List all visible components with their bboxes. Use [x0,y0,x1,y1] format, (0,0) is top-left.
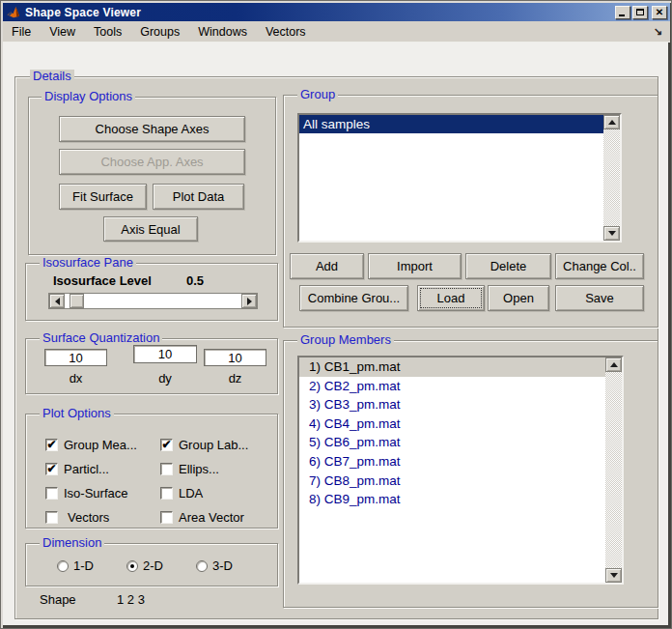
checkbox-icon: ✔ [45,463,58,475]
checkbox-group-mean[interactable]: ✔ Group Mea... [45,433,160,457]
radio-3d[interactable]: 3-D [196,558,266,573]
isosurface-level-slider[interactable] [48,293,258,309]
minimize-button[interactable] [615,6,630,19]
group-scrollbar[interactable] [603,115,620,241]
list-item-member[interactable]: 8) CB9_pm.mat [299,490,605,509]
arrow-down-icon [610,573,618,578]
isosurface-level-value: 0.5 [186,273,204,288]
arrow-down-icon [608,231,616,236]
slider-right-arrow[interactable] [241,294,257,308]
check-icon: ✔ [46,439,56,450]
menu-file[interactable]: File [5,23,38,41]
surface-quantization-label: Surface Quantization [40,331,162,345]
add-button[interactable]: Add [290,253,364,279]
dimension-label: Dimension [40,536,104,550]
list-item-member[interactable]: 7) CB8_pm.mat [299,472,605,491]
group-members-list: 1) CB1_pm.mat 2) CB2_pm.mat 3) CB3_pm.ma… [299,357,605,583]
list-item-member[interactable]: 6) CB7_pm.mat [299,452,605,472]
radio-1d[interactable]: 1-D [57,558,126,573]
checkbox-group-labels[interactable]: ✔ Group Lab... [160,433,266,457]
dz-label: dz [204,371,266,386]
checkbox-vectors[interactable]: ✔ Vectors [45,505,160,529]
plot-options-grid: ✔ Group Mea... ✔ Group Lab... ✔ Particl.… [45,433,266,529]
checkbox-lda[interactable]: ✔ LDA [160,481,266,505]
group-panel-label: Group [297,88,338,101]
isosurface-panel-label: Isosurface Pane [40,256,136,270]
scroll-up-button[interactable] [603,115,620,129]
shape-value: 1 2 3 [117,592,145,607]
menu-windows[interactable]: Windows [191,23,254,41]
fit-surface-button[interactable]: Fit Surface [59,184,147,210]
list-item-member[interactable]: 4) CB4_pm.mat [299,415,605,434]
radio-icon [57,560,69,572]
window-controls: ✕ [615,6,667,19]
dx-label: dx [44,371,107,386]
choose-app-axes-button[interactable]: Choose App. Axes [59,149,245,175]
checkbox-ellipse[interactable]: ✔ Ellips... [160,457,266,481]
group-list: All samples [299,115,603,241]
display-options-label: Display Options [42,90,135,103]
open-button[interactable]: Open [488,285,549,311]
list-item-member[interactable]: 3) CB3_pm.mat [299,395,605,415]
import-button[interactable]: Import [368,253,462,279]
arrow-right-icon [247,298,252,305]
radio-2d[interactable]: 2-D [126,558,196,573]
titlebar[interactable]: Shape Space Viewer ✕ [3,3,670,21]
group-members-listbox[interactable]: 1) CB1_pm.mat 2) CB2_pm.mat 3) CB3_pm.ma… [297,356,624,585]
isosurface-level-label: Isosurface Level [53,273,152,288]
radio-icon [126,560,138,572]
menubar: File View Tools Groups Windows Vectors ↘ [3,21,670,43]
dock-arrow-icon[interactable]: ↘ [654,25,662,38]
dz-field[interactable] [204,349,266,366]
combine-groups-button[interactable]: Combine Grou... [299,285,408,311]
check-icon: ✔ [161,439,171,450]
close-button[interactable]: ✕ [652,6,667,19]
axis-equal-button[interactable]: Axis Equal [103,216,198,242]
maximize-button[interactable] [632,6,648,19]
scroll-down-button[interactable] [605,568,622,583]
change-color-button[interactable]: Change Col.. [555,253,644,279]
arrow-left-icon [55,298,60,305]
slider-left-arrow[interactable] [49,294,65,308]
menu-groups[interactable]: Groups [133,23,186,41]
matlab-icon [6,5,21,19]
checkbox-icon: ✔ [160,439,173,451]
plot-options-label: Plot Options [40,407,114,420]
list-item-all-samples[interactable]: All samples [299,115,603,133]
list-item-member[interactable]: 5) CB6_pm.mat [299,433,605,452]
scroll-down-button[interactable] [603,226,620,241]
details-label: Details [30,70,74,83]
dy-field[interactable] [133,345,197,363]
checkbox-icon: ✔ [160,463,173,475]
checkbox-particles[interactable]: ✔ Particl... [45,457,160,481]
slider-thumb[interactable] [70,294,84,308]
load-button[interactable]: Load [417,285,485,311]
list-item-member[interactable]: 2) CB2_pm.mat [299,377,605,396]
checkbox-icon: ✔ [160,487,173,500]
save-button[interactable]: Save [555,285,644,311]
group-members-scrollbar[interactable] [605,357,622,583]
menu-view[interactable]: View [42,23,82,41]
checkbox-area-vector[interactable]: ✔ Area Vector [160,505,266,529]
maximize-icon [636,9,644,15]
menu-vectors[interactable]: Vectors [259,23,313,41]
list-item-member[interactable]: 1) CB1_pm.mat [299,357,605,377]
dx-field[interactable] [44,349,107,366]
menu-tools[interactable]: Tools [87,23,128,41]
checkbox-iso-surface[interactable]: ✔ Iso-Surface [45,481,160,505]
scroll-up-button[interactable] [605,357,622,372]
delete-button[interactable]: Delete [465,253,551,279]
choose-shape-axes-button[interactable]: Choose Shape Axes [59,116,245,142]
arrow-up-icon [610,362,618,367]
app-window: Shape Space Viewer ✕ File View Tools Gro… [0,0,672,629]
arrow-up-icon [608,120,616,125]
checkbox-icon: ✔ [45,487,58,500]
check-icon: ✔ [46,463,56,474]
dimension-radios: 1-D 2-D 3-D [57,558,266,573]
plot-data-button[interactable]: Plot Data [153,184,244,210]
shape-label: Shape [40,592,76,607]
radio-icon [196,560,208,572]
checkbox-icon: ✔ [160,511,173,524]
checkbox-icon: ✔ [45,511,58,524]
group-listbox[interactable]: All samples [297,113,622,243]
